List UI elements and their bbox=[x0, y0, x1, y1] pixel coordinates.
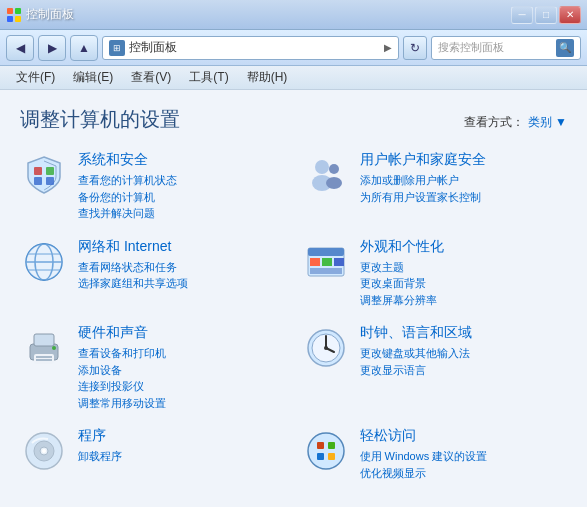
category-text-network: 网络和 Internet 查看网络状态和任务 选择家庭组和共享选项 bbox=[78, 238, 286, 292]
network-icon bbox=[20, 238, 68, 286]
svg-rect-27 bbox=[36, 356, 52, 358]
network-link-1[interactable]: 选择家庭组和共享选项 bbox=[78, 275, 286, 292]
svg-rect-21 bbox=[322, 258, 332, 266]
user-accounts-link-1[interactable]: 为所有用户设置家长控制 bbox=[360, 189, 568, 206]
accessibility-link-1[interactable]: 优化视频显示 bbox=[360, 465, 568, 482]
svg-rect-43 bbox=[328, 453, 335, 460]
svg-rect-7 bbox=[46, 177, 54, 185]
window-title: 控制面板 bbox=[26, 6, 74, 23]
menu-edit[interactable]: 编辑(E) bbox=[65, 67, 121, 88]
clock-icon bbox=[302, 324, 350, 372]
hardware-link-1[interactable]: 添加设备 bbox=[78, 362, 286, 379]
system-security-link-0[interactable]: 查看您的计算机状态 bbox=[78, 172, 286, 189]
menu-file[interactable]: 文件(F) bbox=[8, 67, 63, 88]
appearance-title[interactable]: 外观和个性化 bbox=[360, 238, 568, 256]
category-text-hardware: 硬件和声音 查看设备和打印机 添加设备 连接到投影仪 调整常用移动设置 bbox=[78, 324, 286, 411]
programs-icon bbox=[20, 427, 68, 475]
svg-point-17 bbox=[26, 244, 62, 280]
svg-rect-5 bbox=[46, 167, 54, 175]
category-system-security[interactable]: 系统和安全 查看您的计算机状态 备份您的计算机 查找并解决问题 bbox=[20, 151, 286, 222]
svg-rect-25 bbox=[34, 334, 54, 346]
clock-link-1[interactable]: 更改显示语言 bbox=[360, 362, 568, 379]
svg-rect-3 bbox=[15, 16, 21, 22]
clock-link-0[interactable]: 更改键盘或其他输入法 bbox=[360, 345, 568, 362]
category-accessibility[interactable]: 轻松访问 使用 Windows 建议的设置 优化视频显示 bbox=[302, 427, 568, 481]
page-title: 调整计算机的设置 bbox=[20, 106, 180, 133]
refresh-button[interactable]: ↻ bbox=[403, 36, 427, 60]
hardware-link-0[interactable]: 查看设备和打印机 bbox=[78, 345, 286, 362]
up-button[interactable]: ▲ bbox=[70, 35, 98, 61]
category-text-user-accounts: 用户帐户和家庭安全 添加或删除用户帐户 为所有用户设置家长控制 bbox=[360, 151, 568, 205]
title-bar-buttons: ─ □ ✕ bbox=[511, 6, 581, 24]
address-bar: ◀ ▶ ▲ ⊞ 控制面板 ▶ ↻ 搜索控制面板 🔍 bbox=[0, 30, 587, 66]
svg-point-34 bbox=[324, 346, 328, 350]
svg-point-29 bbox=[52, 346, 56, 350]
category-user-accounts[interactable]: 用户帐户和家庭安全 添加或删除用户帐户 为所有用户设置家长控制 bbox=[302, 151, 568, 222]
svg-rect-0 bbox=[7, 8, 13, 14]
search-placeholder: 搜索控制面板 bbox=[438, 40, 552, 55]
title-bar-left: 控制面板 bbox=[6, 6, 74, 23]
menu-tools[interactable]: 工具(T) bbox=[181, 67, 236, 88]
system-security-link-2[interactable]: 查找并解决问题 bbox=[78, 205, 286, 222]
hardware-link-2[interactable]: 连接到投影仪 bbox=[78, 378, 286, 395]
view-label: 查看方式： bbox=[464, 115, 524, 129]
categories-grid: 系统和安全 查看您的计算机状态 备份您的计算机 查找并解决问题 用户帐户和家庭安… bbox=[20, 151, 567, 481]
system-security-link-1[interactable]: 备份您的计算机 bbox=[78, 189, 286, 206]
user-accounts-link-0[interactable]: 添加或删除用户帐户 bbox=[360, 172, 568, 189]
window-icon bbox=[6, 7, 22, 23]
view-selector[interactable]: 查看方式： 类别 ▼ bbox=[464, 114, 567, 131]
menu-help[interactable]: 帮助(H) bbox=[239, 67, 296, 88]
shield-icon bbox=[20, 151, 68, 199]
search-button[interactable]: 🔍 bbox=[556, 39, 574, 57]
svg-rect-40 bbox=[317, 442, 324, 449]
address-bar-input[interactable]: ⊞ 控制面板 ▶ bbox=[102, 36, 399, 60]
address-arrow: ▶ bbox=[384, 42, 392, 53]
accessibility-link-0[interactable]: 使用 Windows 建议的设置 bbox=[360, 448, 568, 465]
category-text-appearance: 外观和个性化 更改主题 更改桌面背景 调整屏幕分辨率 bbox=[360, 238, 568, 309]
category-text-accessibility: 轻松访问 使用 Windows 建议的设置 优化视频显示 bbox=[360, 427, 568, 481]
menu-bar: 文件(F) 编辑(E) 查看(V) 工具(T) 帮助(H) bbox=[0, 66, 587, 90]
hardware-title[interactable]: 硬件和声音 bbox=[78, 324, 286, 342]
category-text-system-security: 系统和安全 查看您的计算机状态 备份您的计算机 查找并解决问题 bbox=[78, 151, 286, 222]
network-title[interactable]: 网络和 Internet bbox=[78, 238, 286, 256]
hardware-link-3[interactable]: 调整常用移动设置 bbox=[78, 395, 286, 412]
programs-title[interactable]: 程序 bbox=[78, 427, 286, 445]
category-text-clock: 时钟、语言和区域 更改键盘或其他输入法 更改显示语言 bbox=[360, 324, 568, 378]
appearance-link-1[interactable]: 更改桌面背景 bbox=[360, 275, 568, 292]
menu-view[interactable]: 查看(V) bbox=[123, 67, 179, 88]
svg-point-39 bbox=[308, 433, 344, 469]
back-button[interactable]: ◀ bbox=[6, 35, 34, 61]
appearance-link-0[interactable]: 更改主题 bbox=[360, 259, 568, 276]
main-content: 调整计算机的设置 查看方式： 类别 ▼ 系统和安全 bbox=[0, 90, 587, 507]
svg-point-10 bbox=[329, 164, 339, 174]
view-value[interactable]: 类别 ▼ bbox=[528, 115, 567, 129]
network-link-0[interactable]: 查看网络状态和任务 bbox=[78, 259, 286, 276]
appearance-link-2[interactable]: 调整屏幕分辨率 bbox=[360, 292, 568, 309]
category-programs[interactable]: 程序 卸载程序 bbox=[20, 427, 286, 481]
forward-button[interactable]: ▶ bbox=[38, 35, 66, 61]
hardware-icon bbox=[20, 324, 68, 372]
svg-rect-2 bbox=[7, 16, 13, 22]
maximize-button[interactable]: □ bbox=[535, 6, 557, 24]
svg-rect-23 bbox=[310, 268, 342, 274]
programs-link-0[interactable]: 卸载程序 bbox=[78, 448, 286, 465]
minimize-button[interactable]: ─ bbox=[511, 6, 533, 24]
category-hardware[interactable]: 硬件和声音 查看设备和打印机 添加设备 连接到投影仪 调整常用移动设置 bbox=[20, 324, 286, 411]
accessibility-title[interactable]: 轻松访问 bbox=[360, 427, 568, 445]
clock-title[interactable]: 时钟、语言和区域 bbox=[360, 324, 568, 342]
address-bar-icon: ⊞ bbox=[109, 40, 125, 56]
accessibility-icon bbox=[302, 427, 350, 475]
address-text: 控制面板 bbox=[129, 39, 380, 56]
category-clock[interactable]: 时钟、语言和区域 更改键盘或其他输入法 更改显示语言 bbox=[302, 324, 568, 411]
system-security-title[interactable]: 系统和安全 bbox=[78, 151, 286, 169]
svg-rect-19 bbox=[308, 248, 344, 256]
appearance-icon bbox=[302, 238, 350, 286]
search-wrapper[interactable]: 搜索控制面板 🔍 bbox=[431, 36, 581, 60]
svg-rect-20 bbox=[310, 258, 320, 266]
close-button[interactable]: ✕ bbox=[559, 6, 581, 24]
user-accounts-title[interactable]: 用户帐户和家庭安全 bbox=[360, 151, 568, 169]
category-network[interactable]: 网络和 Internet 查看网络状态和任务 选择家庭组和共享选项 bbox=[20, 238, 286, 309]
svg-point-38 bbox=[42, 449, 46, 453]
category-appearance[interactable]: 外观和个性化 更改主题 更改桌面背景 调整屏幕分辨率 bbox=[302, 238, 568, 309]
svg-rect-41 bbox=[328, 442, 335, 449]
